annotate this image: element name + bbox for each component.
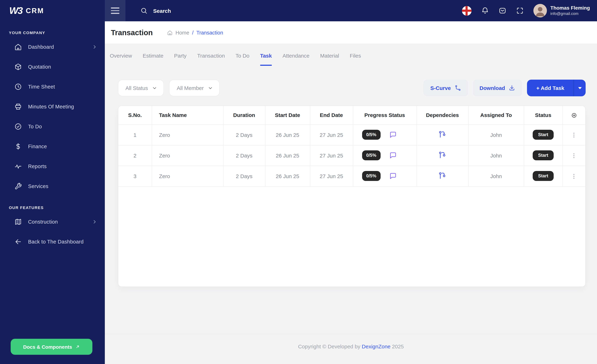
bell-icon[interactable] — [481, 7, 489, 15]
topbar: Thomas Fleming info@gmail.com — [105, 0, 597, 21]
sidebar-item-minutes-of-meeting[interactable]: Minutes Of Meeting — [0, 97, 105, 117]
map-icon — [14, 218, 22, 226]
cell-task-name: Zero — [152, 166, 223, 186]
task-table: S.No.Task NameDurationStart DateEnd Date… — [118, 106, 585, 186]
plus-circle-icon[interactable] — [571, 112, 577, 118]
member-filter-value: All Member — [177, 85, 204, 91]
cell-start-date: 26 Jun 25 — [265, 124, 310, 145]
caret-down-icon — [578, 87, 581, 89]
tab-to-do[interactable]: To Do — [230, 50, 255, 68]
cell-dependencies — [416, 145, 468, 166]
status-start-button[interactable]: Start — [533, 171, 554, 181]
cell-end-date: 27 Jun 25 — [310, 124, 353, 145]
sidebar-item-construction[interactable]: Construction — [0, 212, 105, 232]
kebab-menu-icon[interactable] — [571, 132, 577, 138]
column-header: Pregress Status — [353, 106, 416, 124]
fullscreen-icon[interactable] — [516, 7, 524, 15]
sidebar-item-finance[interactable]: Finance — [0, 136, 105, 156]
tab-material[interactable]: Material — [315, 50, 345, 68]
sidebar-item-time-sheet[interactable]: Time Sheet — [0, 77, 105, 97]
search-box — [140, 7, 462, 14]
mail-icon[interactable] — [499, 7, 506, 15]
cell-end-date: 27 Jun 25 — [310, 166, 353, 186]
sidebar-list-features: Construction Back to The Dashboard — [0, 212, 105, 252]
cell-row-menu — [563, 166, 585, 186]
tab-overview[interactable]: Overview — [105, 50, 137, 68]
tab-task[interactable]: Task — [255, 50, 277, 68]
activity-icon — [14, 162, 22, 170]
progress-badge: 0/5% — [362, 171, 381, 181]
user-name: Thomas Fleming — [550, 5, 590, 11]
arrow-left-icon — [14, 238, 22, 246]
copyright-year: 2025 — [392, 343, 404, 349]
dependency-icon[interactable] — [438, 172, 447, 180]
status-start-button[interactable]: Start — [533, 130, 554, 140]
cell-row-menu — [563, 145, 585, 166]
cell-status: Start — [524, 145, 563, 166]
kebab-menu-icon[interactable] — [571, 152, 577, 159]
progress-badge: 0/5% — [362, 150, 381, 160]
action-buttons: S-Curve Download + Add Task — [423, 80, 586, 96]
column-header: Task Name — [152, 106, 223, 124]
cell-assigned-to: John — [468, 166, 524, 186]
member-filter-dropdown[interactable]: All Member — [169, 80, 220, 96]
cell-status: Start — [524, 166, 563, 186]
cell-dependencies — [416, 124, 468, 145]
search-input[interactable] — [152, 7, 259, 14]
breadcrumb-current-link[interactable]: Transaction — [196, 30, 223, 35]
table-row: 1Zero2 Days26 Jun 2527 Jun 250/5%JohnSta… — [118, 124, 585, 145]
tab-party[interactable]: Party — [169, 50, 192, 68]
user-email: info@gmail.com — [550, 11, 590, 16]
add-task-button[interactable]: + Add Task — [527, 80, 573, 96]
brand-logo[interactable]: W3 CRM — [0, 0, 105, 21]
kebab-menu-icon[interactable] — [571, 173, 577, 179]
cell-sno: 1 — [118, 124, 152, 145]
sidebar-item-services[interactable]: Services — [0, 176, 105, 196]
s-curve-button[interactable]: S-Curve — [423, 80, 468, 96]
status-start-button[interactable]: Start — [533, 150, 554, 160]
dexignzone-link[interactable]: DexignZone — [362, 343, 391, 349]
comment-icon[interactable] — [389, 172, 397, 180]
sidebar-item-dashboard[interactable]: Dashboard — [0, 37, 105, 57]
menu-toggle-button[interactable] — [105, 0, 126, 21]
chevron-right-icon — [92, 44, 97, 49]
task-table-body: 1Zero2 Days26 Jun 2527 Jun 250/5%JohnSta… — [118, 124, 585, 186]
comment-icon[interactable] — [389, 151, 397, 159]
tab-bar: OverviewEstimatePartyTransactionTo DoTas… — [105, 50, 586, 68]
table-row: 3Zero2 Days26 Jun 2527 Jun 250/5%JohnSta… — [118, 166, 585, 186]
cell-duration: 2 Days — [223, 145, 265, 166]
download-button[interactable]: Download — [472, 80, 522, 96]
sidebar-item-quotation[interactable]: Quotation — [0, 57, 105, 77]
flag-england-icon[interactable] — [462, 6, 471, 16]
sidebar-item-to-do[interactable]: To Do — [0, 117, 105, 136]
add-column-button[interactable] — [563, 106, 585, 124]
docs-components-button[interactable]: Docs & Components — [11, 339, 92, 355]
cell-progress-status: 0/5% — [353, 124, 416, 145]
cell-duration: 2 Days — [223, 124, 265, 145]
sidebar-section-label: YOUR COMPANY — [0, 31, 105, 35]
cell-sno: 3 — [118, 166, 152, 186]
tab-transaction[interactable]: Transaction — [192, 50, 230, 68]
dependency-icon[interactable] — [438, 151, 447, 160]
add-task-caret-button[interactable] — [573, 80, 586, 96]
tab-files[interactable]: Files — [344, 50, 366, 68]
cell-status: Start — [524, 124, 563, 145]
sidebar-item-reports[interactable]: Reports — [0, 156, 105, 176]
tab-attendance[interactable]: Attendance — [277, 50, 315, 68]
user-menu[interactable]: Thomas Fleming info@gmail.com — [533, 4, 590, 17]
status-filter-dropdown[interactable]: All Status — [118, 80, 164, 96]
breadcrumb-home-link[interactable]: Home — [176, 30, 189, 35]
wrench-icon — [14, 182, 22, 190]
cell-task-name: Zero — [152, 124, 223, 145]
cube-icon — [14, 63, 22, 71]
comment-icon[interactable] — [389, 131, 397, 139]
home-icon — [167, 30, 173, 35]
cell-start-date: 26 Jun 25 — [265, 145, 310, 166]
column-header: Assigned To — [468, 106, 524, 124]
tab-estimate[interactable]: Estimate — [137, 50, 169, 68]
add-task-split-button: + Add Task — [527, 80, 586, 96]
cell-row-menu — [563, 124, 585, 145]
chevron-down-icon — [152, 86, 157, 90]
dependency-icon[interactable] — [438, 130, 447, 139]
sidebar-item-back-to-dashboard[interactable]: Back to The Dashboard — [0, 232, 105, 252]
